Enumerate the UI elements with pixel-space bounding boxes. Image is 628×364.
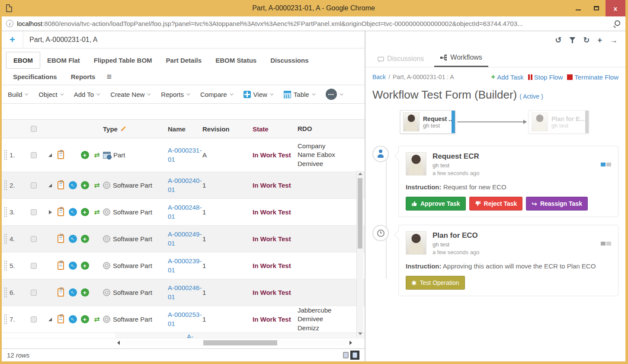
approve-task-button[interactable]: Approve Task [406, 197, 466, 211]
horizontal-scrollbar[interactable] [115, 338, 354, 347]
tab-discussions[interactable]: Discussions [263, 52, 315, 68]
collapse-icon[interactable] [48, 153, 52, 157]
scroll-up-icon[interactable] [358, 170, 362, 177]
clipboard-icon[interactable] [58, 235, 64, 243]
name-link[interactable]: A-0000249-01 [168, 230, 202, 248]
select-all-checkbox[interactable] [31, 126, 37, 132]
add-icon[interactable]: + [81, 151, 89, 159]
name-link[interactable]: A-0000253-01 [168, 310, 202, 328]
workflow-node-plan[interactable]: Plan for E...gh test [529, 110, 589, 134]
navigate-icon[interactable]: ↖ [69, 181, 77, 189]
navigate-icon[interactable]: ↖ [69, 235, 77, 243]
tab-overflow-menu-icon[interactable]: ≡ [102, 72, 116, 82]
address-bar[interactable]: i localhost:8080/enovia/tvc-action/loadT… [2, 16, 625, 31]
tab-ebom[interactable]: EBOM [6, 52, 40, 69]
name-link[interactable]: A-0000231-01 [168, 146, 202, 164]
column-header-revision[interactable]: Revision [202, 125, 233, 133]
toolbar-view-menu[interactable]: View [244, 91, 272, 98]
test-operation-button[interactable]: ✱ Test Operation [406, 276, 465, 290]
row-checkbox[interactable] [31, 236, 37, 242]
drag-handle[interactable] [2, 252, 10, 279]
reject-task-button[interactable]: Reject Task [469, 197, 523, 211]
row-checkbox[interactable] [31, 316, 37, 322]
drag-handle[interactable] [2, 226, 10, 252]
minimize-button[interactable] [569, 0, 587, 16]
add-icon[interactable]: + [81, 288, 89, 297]
replace-icon[interactable]: ⇄ [94, 181, 99, 189]
scrollbar-thumb[interactable] [358, 178, 362, 249]
drag-handle[interactable] [2, 199, 10, 225]
close-button[interactable]: x [606, 0, 625, 16]
add-icon[interactable]: + [81, 235, 89, 243]
row-checkbox[interactable] [31, 263, 37, 269]
row-checkbox[interactable] [31, 209, 37, 215]
stop-flow-button[interactable]: Stop Flow [528, 73, 563, 81]
column-header-state[interactable]: State [233, 125, 298, 133]
navigate-icon[interactable]: ↖ [69, 208, 77, 216]
edit-pencil-icon[interactable] [120, 126, 126, 132]
collapse-icon[interactable] [48, 184, 52, 187]
add-icon[interactable]: + [597, 36, 602, 44]
expand-icon[interactable] [49, 210, 52, 214]
zoom-icon[interactable] [613, 20, 621, 28]
scroll-down-icon[interactable] [358, 330, 362, 337]
add-task-button[interactable]: +Add Task [491, 73, 523, 81]
refresh-icon[interactable]: ↻ [583, 36, 590, 44]
clipboard-icon[interactable] [58, 151, 64, 159]
workflow-node-request[interactable]: Request ...gh test [400, 110, 455, 134]
reassign-task-button[interactable]: ↪ Reassign Task [526, 197, 588, 211]
navigate-icon[interactable]: ↖ [69, 262, 77, 270]
toolbar-build-menu[interactable]: Build [8, 91, 27, 98]
forward-icon[interactable]: → [610, 36, 618, 44]
toolbar-more-menu[interactable]: ••• [326, 89, 342, 100]
back-link[interactable]: Back [372, 73, 386, 80]
row-checkbox[interactable] [31, 152, 37, 158]
drag-handle[interactable] [2, 172, 10, 198]
name-link[interactable]: A- [187, 333, 193, 338]
tab-discussions[interactable]: Discussions [372, 51, 430, 67]
url-text[interactable]: localhost:8080/enovia/tvc-action/loadTop… [17, 20, 523, 27]
column-header-rdo[interactable]: RDO [298, 125, 343, 133]
tab-workflows[interactable]: Workflows [434, 49, 488, 67]
column-header-name[interactable]: Name [168, 125, 202, 133]
scroll-right-icon[interactable] [347, 339, 354, 346]
toolbar-create-new-menu[interactable]: Create New [110, 91, 150, 98]
name-link[interactable]: A-0000248-01 [168, 203, 202, 221]
add-icon[interactable]: + [81, 315, 89, 323]
add-icon[interactable]: + [81, 208, 89, 216]
row-checkbox[interactable] [31, 182, 37, 188]
terminate-flow-button[interactable]: Terminate Flow [567, 73, 618, 81]
clipboard-icon[interactable] [58, 315, 64, 323]
toolbar-object-menu[interactable]: Object [38, 91, 62, 98]
clipboard-icon[interactable] [58, 208, 64, 216]
replace-icon[interactable]: ⇄ [94, 151, 99, 159]
clipboard-icon[interactable] [58, 181, 64, 189]
name-link[interactable]: A-0000240-01 [168, 176, 202, 194]
clipboard-icon[interactable] [58, 262, 64, 270]
tab-reports[interactable]: Reports [64, 69, 103, 85]
tab-flipped-table-bom[interactable]: Flipped Table BOM [87, 52, 159, 68]
clipboard-icon[interactable] [58, 288, 64, 297]
add-panel-button[interactable]: + [2, 31, 23, 48]
column-header-type[interactable]: Type [103, 125, 168, 133]
site-info-icon[interactable]: i [6, 20, 13, 27]
replace-icon[interactable]: ⇄ [94, 315, 99, 323]
navigate-icon[interactable]: ↖ [69, 315, 77, 323]
tab-part-details[interactable]: Part Details [159, 52, 209, 68]
maximize-button[interactable] [587, 0, 606, 16]
vertical-scrollbar[interactable] [356, 170, 363, 337]
scroll-left-icon[interactable] [115, 339, 122, 346]
tab-specifications[interactable]: Specifications [6, 69, 64, 85]
drag-handle[interactable] [2, 306, 10, 332]
panel-toggle-icon[interactable] [350, 351, 359, 360]
history-icon[interactable]: ↺ [555, 36, 561, 44]
name-link[interactable]: A-0000246-01 [168, 284, 202, 301]
tab-ebom-status[interactable]: EBOM Status [208, 52, 263, 68]
drag-handle[interactable] [2, 138, 10, 172]
export-icon[interactable] [343, 352, 349, 358]
name-link[interactable]: A-0000239-01 [168, 257, 202, 275]
scrollbar-thumb[interactable] [203, 340, 278, 345]
toolbar-reports-menu[interactable]: Reports [161, 91, 189, 98]
toolbar-compare-menu[interactable]: Compare [200, 91, 232, 98]
row-checkbox[interactable] [31, 290, 37, 296]
